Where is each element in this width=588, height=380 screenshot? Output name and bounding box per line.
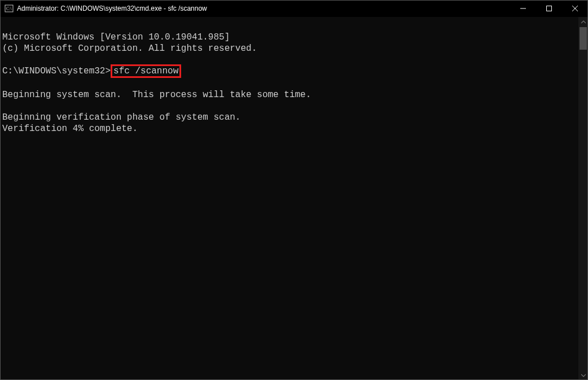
cmd-window: C:\ Administrator: C:\WINDOWS\system32\c… [0, 0, 588, 380]
output-line: (c) Microsoft Corporation. All rights re… [2, 43, 257, 54]
window-title: Administrator: C:\WINDOWS\system32\cmd.e… [17, 5, 510, 12]
command-text: sfc /scannow [113, 66, 178, 76]
scroll-thumb[interactable] [580, 27, 587, 50]
vertical-scrollbar[interactable] [578, 17, 588, 380]
output-line: Beginning system scan. This process will… [2, 90, 311, 100]
close-button[interactable] [562, 0, 588, 17]
command-highlight: sfc /scannow [111, 64, 181, 78]
console-output[interactable]: Microsoft Windows [Version 10.0.19041.98… [0, 17, 578, 380]
svg-rect-3 [547, 6, 552, 11]
output-line: Verification 4% complete. [2, 124, 138, 134]
minimize-button[interactable] [510, 0, 536, 17]
maximize-button[interactable] [536, 0, 562, 17]
prompt-line: C:\WINDOWS\system32>sfc /scannow [2, 66, 181, 76]
cmd-icon: C:\ [5, 4, 14, 13]
output-line: Beginning verification phase of system s… [2, 112, 240, 123]
scroll-up-button[interactable] [578, 17, 588, 27]
output-line: Microsoft Windows [Version 10.0.19041.98… [2, 32, 230, 42]
scroll-down-button[interactable] [578, 370, 588, 380]
svg-text:C:\: C:\ [6, 6, 12, 11]
title-bar[interactable]: C:\ Administrator: C:\WINDOWS\system32\c… [0, 0, 588, 17]
prompt-path: C:\WINDOWS\system32> [2, 66, 111, 76]
window-controls [510, 0, 588, 17]
